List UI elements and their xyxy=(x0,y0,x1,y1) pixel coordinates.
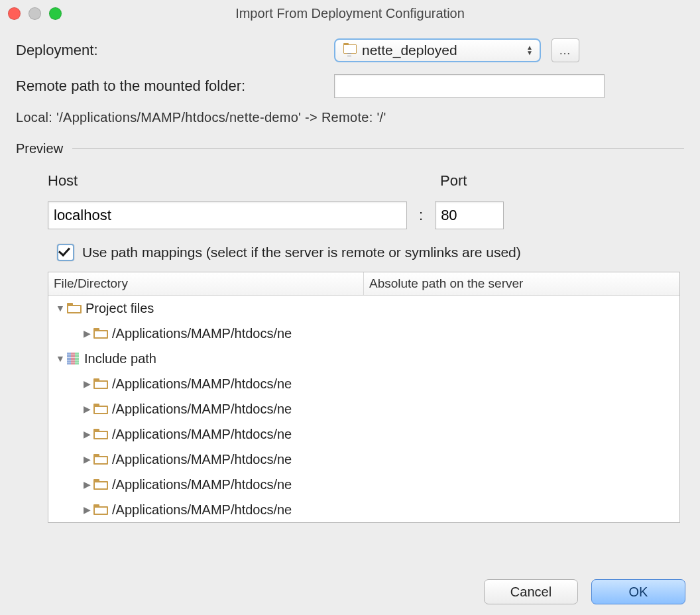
deployment-row: Deployment: nette_deployed ▲▼ … xyxy=(16,38,684,62)
combobox-stepper-icon: ▲▼ xyxy=(525,46,534,55)
deployment-selected-value: nette_deployed xyxy=(357,42,521,58)
disclosure-collapsed-icon[interactable]: ▶ xyxy=(80,429,93,439)
tree-row-label: /Applications/MAMP/htdocs/ne xyxy=(112,452,292,467)
folder-icon xyxy=(93,429,108,439)
tree-row-label: /Applications/MAMP/htdocs/ne xyxy=(112,376,292,392)
column-header-absolute-path[interactable]: Absolute path on the server xyxy=(364,272,679,295)
preview-section-header: Preview xyxy=(16,141,684,156)
remote-path-row: Remote path to the mounted folder: xyxy=(16,74,684,98)
window-title: Import From Deployment Configuration xyxy=(0,6,700,21)
dialog-footer: Cancel OK xyxy=(484,579,685,604)
path-mappings-table: File/Directory Absolute path on the serv… xyxy=(48,272,680,523)
folder-icon xyxy=(93,328,108,339)
folder-icon xyxy=(93,454,108,465)
ok-button[interactable]: OK xyxy=(591,579,685,604)
host-port-separator: : xyxy=(419,207,423,224)
folder-icon xyxy=(93,404,108,414)
tree-row-label: /Applications/MAMP/htdocs/ne xyxy=(112,402,292,417)
tree-row[interactable]: ▶/Applications/MAMP/htdocs/ne xyxy=(48,497,679,522)
library-icon xyxy=(67,353,79,364)
port-input[interactable] xyxy=(435,201,504,229)
port-label: Port xyxy=(440,172,467,190)
remote-path-input[interactable] xyxy=(334,74,605,98)
folder-icon xyxy=(93,504,108,515)
use-path-mappings-row: Use path mappings (select if the server … xyxy=(57,244,684,261)
disclosure-collapsed-icon[interactable]: ▶ xyxy=(80,404,93,414)
tree-row[interactable]: ▶/Applications/MAMP/htdocs/ne xyxy=(48,421,679,447)
divider xyxy=(72,148,684,149)
disclosure-collapsed-icon[interactable]: ▶ xyxy=(80,328,93,339)
tree-row-label: Project files xyxy=(86,301,154,316)
minimize-window-button[interactable] xyxy=(29,7,41,20)
tree-row-label: /Applications/MAMP/htdocs/ne xyxy=(112,477,292,492)
disclosure-expanded-icon[interactable]: ▼ xyxy=(54,303,67,313)
server-folder-icon xyxy=(342,44,357,56)
preview-label: Preview xyxy=(16,141,63,156)
host-port-labels-row: Host Port xyxy=(48,172,684,196)
tree-row-label: /Applications/MAMP/htdocs/ne xyxy=(112,326,292,341)
disclosure-collapsed-icon[interactable]: ▶ xyxy=(80,504,93,515)
tree-row[interactable]: ▶/Applications/MAMP/htdocs/ne xyxy=(48,371,679,396)
disclosure-collapsed-icon[interactable]: ▶ xyxy=(80,454,93,465)
tree-row[interactable]: ▼Project files xyxy=(48,296,679,321)
cancel-button[interactable]: Cancel xyxy=(484,579,578,604)
host-input[interactable] xyxy=(48,201,407,229)
host-port-inputs-row: : xyxy=(48,201,684,229)
deployment-label: Deployment: xyxy=(16,42,334,59)
folder-icon xyxy=(93,479,108,490)
tree-row-label: Include path xyxy=(84,351,156,366)
titlebar: Import From Deployment Configuration xyxy=(0,0,700,27)
table-header: File/Directory Absolute path on the serv… xyxy=(48,272,679,296)
use-path-mappings-checkbox[interactable] xyxy=(57,244,74,261)
tree-row[interactable]: ▶/Applications/MAMP/htdocs/ne xyxy=(48,472,679,497)
mapping-summary-text: Local: '/Applications/MAMP/htdocs/nette-… xyxy=(16,110,684,125)
tree-row[interactable]: ▶/Applications/MAMP/htdocs/ne xyxy=(48,447,679,472)
use-path-mappings-label: Use path mappings (select if the server … xyxy=(82,245,521,260)
disclosure-collapsed-icon[interactable]: ▶ xyxy=(80,479,93,490)
host-label: Host xyxy=(48,172,440,190)
folder-icon xyxy=(93,378,108,389)
maximize-window-button[interactable] xyxy=(49,7,62,20)
folder-icon xyxy=(67,303,82,313)
tree-row[interactable]: ▶/Applications/MAMP/htdocs/ne xyxy=(48,321,679,346)
tree-row[interactable]: ▶/Applications/MAMP/htdocs/ne xyxy=(48,396,679,421)
deployment-combobox[interactable]: nette_deployed ▲▼ xyxy=(334,38,541,62)
column-header-file-directory[interactable]: File/Directory xyxy=(48,272,364,295)
tree-row-label: /Applications/MAMP/htdocs/ne xyxy=(112,502,292,518)
table-body: ▼Project files▶/Applications/MAMP/htdocs… xyxy=(48,296,679,522)
tree-row[interactable]: ▼Include path xyxy=(48,346,679,371)
close-window-button[interactable] xyxy=(8,7,21,20)
tree-row-label: /Applications/MAMP/htdocs/ne xyxy=(112,427,292,442)
remote-path-label: Remote path to the mounted folder: xyxy=(16,78,334,95)
browse-deployment-button[interactable]: … xyxy=(552,38,579,62)
disclosure-expanded-icon[interactable]: ▼ xyxy=(54,353,67,364)
window-controls xyxy=(8,7,62,20)
disclosure-collapsed-icon[interactable]: ▶ xyxy=(80,378,93,389)
